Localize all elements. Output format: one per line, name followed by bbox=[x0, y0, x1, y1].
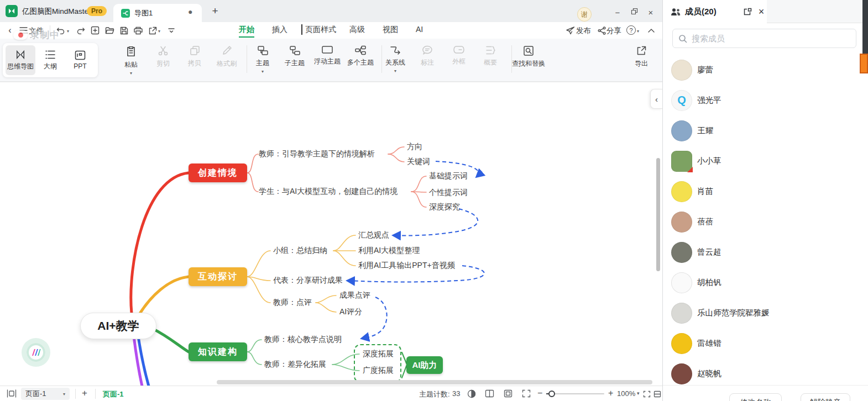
find-replace-button[interactable]: 查找和替换 bbox=[506, 45, 551, 68]
active-page-tab[interactable]: 页面-1 bbox=[103, 389, 124, 399]
member-row[interactable]: 蓓蓓 bbox=[663, 207, 868, 237]
relation-line-button[interactable]: 关系线 ▾ bbox=[379, 45, 411, 72]
page-select[interactable]: 页面-1 ▾ bbox=[21, 388, 70, 400]
subtopic-button[interactable]: 子主题 bbox=[279, 45, 311, 68]
cut-button[interactable]: 剪切 bbox=[147, 45, 179, 68]
zoom-slider-knob[interactable] bbox=[548, 391, 555, 397]
topic-node[interactable]: 学生：与AI大模型互动，创建自己的情境 bbox=[259, 187, 398, 197]
close-panel-icon[interactable]: × bbox=[756, 6, 767, 17]
branch-topic-knowledge-construction[interactable]: 知识建构 bbox=[189, 342, 247, 361]
undo-dropdown-icon[interactable]: ▾ bbox=[67, 29, 69, 34]
boundary-button[interactable]: 外框 bbox=[443, 45, 475, 66]
topic-node[interactable]: 基础提示词 bbox=[429, 171, 468, 181]
topic-node[interactable]: 教师：引导教学主题下的情境解析 bbox=[259, 149, 375, 159]
topic-node[interactable]: 深度探究 bbox=[429, 202, 460, 212]
mode-mindmap[interactable]: 思维导图 bbox=[6, 45, 35, 75]
panel-collapse-handle[interactable]: ‹ bbox=[650, 89, 662, 109]
member-row[interactable]: 曾云超 bbox=[663, 237, 868, 267]
member-search-input[interactable] bbox=[692, 34, 841, 43]
zoom-in-button[interactable]: + bbox=[608, 388, 613, 398]
topic-node[interactable]: 教师：点评 bbox=[273, 298, 312, 308]
topic-node[interactable]: 成果点评 bbox=[339, 291, 370, 300]
help-icon[interactable]: ? bbox=[626, 25, 636, 35]
redo-icon[interactable] bbox=[75, 25, 86, 36]
fit-window-icon[interactable] bbox=[653, 390, 661, 400]
member-row[interactable]: 王耀 bbox=[663, 115, 868, 146]
summary-button[interactable]: 概要 bbox=[474, 45, 506, 67]
restore-button[interactable] bbox=[629, 8, 639, 16]
user-avatar[interactable]: 谢 bbox=[577, 7, 592, 22]
topic-node[interactable]: 小组：总结归纳 bbox=[273, 246, 327, 256]
floating-topic-button[interactable]: 浮动主题 bbox=[310, 45, 345, 66]
member-row[interactable]: 赵晓帆 bbox=[663, 358, 868, 389]
copy-button[interactable]: 拷贝 bbox=[179, 45, 211, 68]
ribbon-tab-advanced[interactable]: 高级 bbox=[349, 25, 365, 35]
paste-dropdown-icon[interactable]: ▾ bbox=[130, 72, 132, 75]
format-painter-button[interactable]: 格式刷 bbox=[211, 45, 243, 68]
mode-outline[interactable]: 大纲 bbox=[35, 45, 65, 75]
save-icon[interactable] bbox=[118, 25, 129, 36]
export-dropdown-icon[interactable]: ▾ bbox=[158, 29, 160, 34]
rename-button[interactable]: 修改名称 bbox=[729, 393, 782, 401]
fullscreen-icon[interactable] bbox=[522, 389, 531, 400]
export-share-icon[interactable] bbox=[147, 25, 158, 36]
topic-node[interactable]: 关键词 bbox=[407, 157, 430, 167]
print-icon[interactable] bbox=[133, 25, 144, 36]
topic-button[interactable]: 主题 ▾ bbox=[247, 45, 279, 73]
publish-icon[interactable] bbox=[565, 25, 576, 36]
more-tools-icon[interactable] bbox=[166, 25, 177, 36]
topic-node[interactable]: 个性提示词 bbox=[429, 188, 468, 198]
close-button[interactable]: × bbox=[646, 9, 656, 17]
paste-button[interactable]: 粘贴 ▾ bbox=[115, 45, 147, 75]
member-row[interactable]: 雷雄锴 bbox=[663, 328, 868, 358]
topic-node[interactable]: 利用AI大模型整理 bbox=[358, 246, 420, 256]
callout-button[interactable]: 标注 bbox=[411, 45, 443, 67]
member-row[interactable]: 肖苗 bbox=[663, 176, 868, 207]
ribbon-tab-page-style[interactable]: 页面样式 bbox=[305, 25, 336, 35]
ai-assistant-bubble[interactable] bbox=[22, 338, 50, 367]
publish-label[interactable]: 发布 bbox=[576, 26, 591, 36]
branch-topic-create-context[interactable]: 创建情境 bbox=[189, 163, 247, 182]
topic-node[interactable]: 深度拓展 bbox=[363, 349, 394, 359]
open-folder-icon[interactable] bbox=[104, 25, 115, 36]
share-icon[interactable] bbox=[596, 25, 607, 36]
add-page-button[interactable]: + bbox=[82, 388, 87, 399]
member-row[interactable]: 胡柏钒 bbox=[663, 267, 868, 298]
topic-node[interactable]: 方向 bbox=[407, 142, 422, 152]
mindmap-canvas[interactable]: AI+教学 创建情境 互动探讨 知识建构 教师：引导教学主题下的情境解析 方向 … bbox=[0, 82, 662, 386]
member-row[interactable]: 廖蕾 bbox=[663, 55, 868, 85]
popout-icon[interactable] bbox=[742, 6, 753, 17]
ribbon-tab-start[interactable]: 开始 bbox=[239, 25, 254, 38]
horizontal-scrollbar[interactable] bbox=[217, 380, 652, 384]
new-tab-button[interactable]: + bbox=[209, 5, 221, 17]
member-search-box[interactable] bbox=[672, 29, 856, 48]
topic-node[interactable]: 广度拓展 bbox=[363, 366, 394, 376]
ribbon-tab-view[interactable]: 视图 bbox=[383, 25, 398, 35]
multi-topic-button[interactable]: 多个主题 bbox=[343, 45, 378, 67]
help-dropdown-icon[interactable]: ▾ bbox=[637, 29, 639, 34]
export-button[interactable]: 导出 bbox=[625, 45, 657, 68]
fit-selection-icon[interactable] bbox=[643, 390, 651, 400]
ribbon-tab-insert[interactable]: 插入 bbox=[272, 25, 287, 35]
mode-ppt[interactable]: PPT bbox=[65, 45, 95, 75]
zoom-level[interactable]: 100% bbox=[617, 389, 635, 398]
topic-node[interactable]: AI评分 bbox=[339, 307, 362, 317]
new-document-icon[interactable] bbox=[90, 25, 101, 36]
share-label[interactable]: 分享 bbox=[606, 26, 621, 36]
fit-page-icon[interactable] bbox=[504, 389, 513, 400]
vertical-scrollbar[interactable] bbox=[656, 158, 660, 271]
collapse-ribbon-icon[interactable] bbox=[646, 25, 657, 36]
unmute-button[interactable]: 解除静音 bbox=[801, 393, 850, 401]
topic-node[interactable]: 教师：核心教学点说明 bbox=[264, 335, 342, 345]
page-panel-icon[interactable] bbox=[7, 389, 17, 400]
topic-node[interactable]: 教师：差异化拓展 bbox=[264, 360, 326, 370]
topic-node[interactable]: 利用AI工具输出PPT+音视频 bbox=[358, 261, 455, 271]
relation-dropdown-icon[interactable]: ▾ bbox=[394, 70, 396, 72]
timer-icon[interactable] bbox=[467, 389, 476, 400]
member-row[interactable]: Q 强光平 bbox=[663, 85, 868, 115]
topic-node[interactable]: 汇总观点 bbox=[358, 230, 389, 240]
member-row[interactable]: 乐山师范学院翟雅媛 bbox=[663, 298, 868, 328]
ai-assist-callout[interactable]: AI助力 bbox=[406, 356, 443, 374]
topic-dropdown-icon[interactable]: ▾ bbox=[262, 71, 264, 73]
zoom-dropdown-icon[interactable]: ▾ bbox=[637, 391, 640, 396]
